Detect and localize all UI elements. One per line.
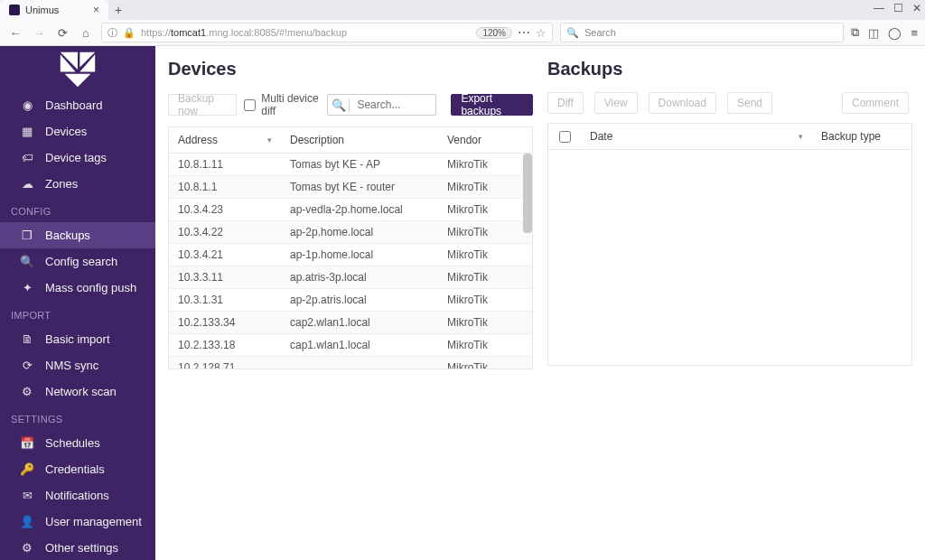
devices-toolbar: Backup now Multi device diff 🔍 Export ba…: [168, 92, 533, 117]
tab-strip: Unimus × + — ☐ ✕: [0, 0, 925, 20]
browser-search[interactable]: 🔍 Search: [560, 23, 844, 42]
col-date[interactable]: Date ▾: [581, 124, 812, 149]
scrollbar-thumb[interactable]: [523, 154, 532, 233]
table-row[interactable]: 10.3.4.21ap-1p.home.localMikroTik: [169, 244, 532, 266]
cell-address: 10.2.133.18: [169, 334, 281, 356]
cell-vendor: MikroTik: [438, 334, 532, 356]
multi-diff-input[interactable]: [244, 99, 256, 111]
table-row[interactable]: 10.8.1.11Tomas byt KE - APMikroTik: [169, 154, 532, 176]
library-icon[interactable]: ⧉: [851, 25, 859, 40]
cell-address: 10.8.1.11: [169, 154, 281, 175]
devices-search-input[interactable]: [350, 98, 435, 111]
sidebar-item-other-settings[interactable]: ⚙Other settings: [0, 535, 155, 560]
cell-vendor: MikroTik: [438, 244, 532, 266]
sidebar-item-credentials[interactable]: 🔑Credentials: [0, 456, 155, 482]
window-close-icon[interactable]: ✕: [912, 2, 921, 14]
zoom-badge[interactable]: 120%: [476, 27, 512, 39]
sidebar-item-basic-import[interactable]: 🗎Basic import: [0, 326, 155, 352]
sidebar: ◉Dashboard▦Devices🏷Device tags☁Zones CON…: [0, 46, 155, 560]
sidebar-item-notifications[interactable]: ✉Notifications: [0, 482, 155, 509]
sidebar-item-label: Basic import: [45, 332, 110, 346]
devices-search[interactable]: 🔍: [327, 94, 436, 116]
search-icon: 🔍: [566, 27, 579, 39]
sidebar-item-device-tags[interactable]: 🏷Device tags: [0, 145, 155, 171]
users-icon: 👤: [20, 515, 34, 528]
cell-description: Tomas byt KE - AP: [281, 154, 438, 175]
basic-import-icon: 🗎: [20, 332, 34, 346]
sort-caret-icon: ▾: [799, 132, 803, 141]
table-row[interactable]: 10.8.1.1Tomas byt KE - routerMikroTik: [169, 176, 532, 199]
url-bar[interactable]: ⓘ 🔒 https://tomcat1.mng.local:8085/#!men…: [101, 23, 553, 42]
other-icon: ⚙: [20, 541, 34, 555]
table-row[interactable]: 10.2.128.71MikroTik: [169, 357, 532, 369]
scan-icon: ⚙: [20, 385, 34, 398]
sidebar-item-devices[interactable]: ▦Devices: [0, 118, 155, 145]
sidebar-item-label: Schedules: [45, 436, 100, 450]
table-row[interactable]: 10.3.4.23ap-vedla-2p.home.localMikroTik: [169, 199, 532, 221]
window-minimize-icon[interactable]: —: [874, 2, 884, 14]
svg-marker-4: [65, 73, 91, 86]
back-icon[interactable]: ←: [7, 24, 23, 41]
diff-button[interactable]: Diff: [547, 92, 584, 114]
download-button[interactable]: Download: [649, 92, 716, 114]
push-icon: ✦: [20, 281, 34, 294]
new-tab-button[interactable]: +: [108, 0, 128, 20]
sidebar-item-label: Devices: [45, 125, 87, 138]
sidebar-item-user-management[interactable]: 👤User management: [0, 509, 155, 535]
table-row[interactable]: 10.2.133.34cap2.wlan1.localMikroTik: [169, 312, 532, 334]
account-icon[interactable]: ◯: [888, 26, 902, 40]
cell-vendor: MikroTik: [438, 312, 532, 333]
col-backup-type[interactable]: Backup type: [812, 124, 911, 149]
sidebar-item-schedules[interactable]: 📅Schedules: [0, 430, 155, 456]
col-description[interactable]: Description: [281, 127, 438, 153]
table-row[interactable]: 10.3.1.31ap-2p.atris.localMikroTik: [169, 289, 532, 312]
sidebar-item-label: Network scan: [45, 385, 117, 398]
sidebar-item-mass-config-push[interactable]: ✦Mass config push: [0, 275, 155, 301]
select-all-checkbox[interactable]: [559, 131, 571, 143]
sidebar-item-label: Mass config push: [45, 281, 136, 294]
sidebar-item-nms-sync[interactable]: ⟳NMS sync: [0, 352, 155, 378]
page-actions-icon[interactable]: ⋯: [518, 25, 530, 40]
browser-tab[interactable]: Unimus ×: [0, 0, 108, 20]
bookmark-icon[interactable]: ☆: [536, 26, 547, 40]
close-icon[interactable]: ×: [93, 4, 99, 16]
send-button[interactable]: Send: [727, 92, 772, 114]
reload-icon[interactable]: ⟳: [54, 24, 70, 41]
export-backups-button[interactable]: Export backups: [451, 94, 533, 116]
table-row[interactable]: 10.2.133.18cap1.wlan1.localMikroTik: [169, 334, 532, 357]
sidebar-item-label: NMS sync: [45, 359, 98, 372]
backup-now-button[interactable]: Backup now: [168, 94, 237, 116]
cell-address: 10.3.4.22: [169, 221, 281, 243]
sidebar-item-backups[interactable]: ❐Backups: [0, 222, 155, 248]
col-address[interactable]: Address ▾: [169, 127, 281, 153]
sidebar-icon[interactable]: ◫: [868, 26, 879, 40]
menu-icon[interactable]: ≡: [911, 26, 918, 40]
cell-description: ap-1p.home.local: [281, 244, 438, 266]
sidebar-item-label: Backups: [45, 229, 90, 242]
cell-address: 10.2.128.71: [169, 357, 281, 369]
sort-caret-icon: ▾: [267, 135, 272, 145]
search-icon[interactable]: 🔍: [328, 98, 350, 112]
sidebar-item-network-scan[interactable]: ⚙Network scan: [0, 378, 155, 405]
table-row[interactable]: 10.3.4.22ap-2p.home.localMikroTik: [169, 221, 532, 244]
devices-grid-body[interactable]: 10.8.1.11Tomas byt KE - APMikroTik10.8.1…: [169, 154, 532, 369]
cell-vendor: MikroTik: [438, 176, 532, 198]
col-vendor[interactable]: Vendor: [438, 127, 532, 153]
table-row[interactable]: 10.3.3.11ap.atris-3p.localMikroTik: [169, 266, 532, 289]
multi-diff-checkbox[interactable]: Multi device diff: [244, 92, 320, 117]
backups-title: Backups: [547, 59, 912, 79]
tags-icon: 🏷: [20, 151, 34, 164]
window-maximize-icon[interactable]: ☐: [893, 2, 903, 14]
home-icon[interactable]: ⌂: [78, 24, 94, 41]
sidebar-item-dashboard[interactable]: ◉Dashboard: [0, 92, 155, 118]
comment-button[interactable]: Comment: [842, 92, 909, 114]
sidebar-item-zones[interactable]: ☁Zones: [0, 171, 155, 197]
view-button[interactable]: View: [594, 92, 638, 114]
sidebar-item-config-search[interactable]: 🔍Config search: [0, 248, 155, 275]
sidebar-item-label: Other settings: [45, 541, 118, 555]
cell-vendor: MikroTik: [438, 357, 532, 369]
info-icon[interactable]: ⓘ: [107, 26, 117, 40]
sidebar-header-config: CONFIG: [0, 197, 155, 222]
col-select-all[interactable]: [548, 124, 581, 149]
credentials-icon: 🔑: [20, 462, 34, 476]
